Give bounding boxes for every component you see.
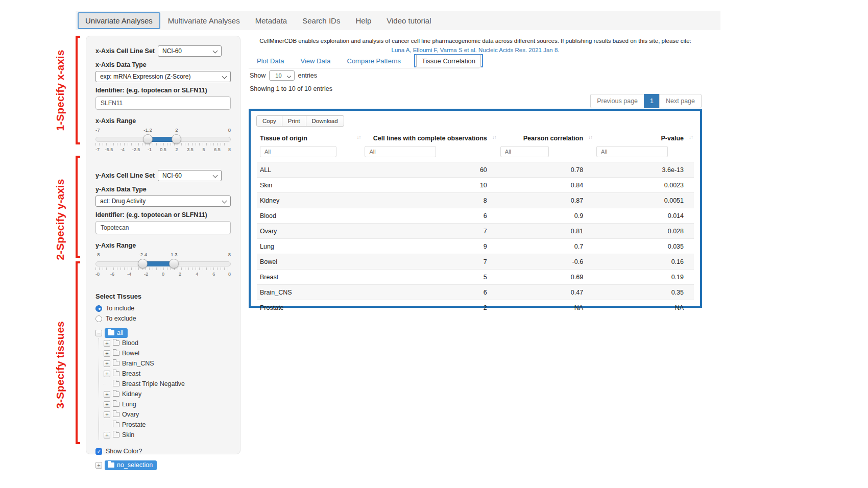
tab-view-data[interactable]: View Data [292,55,339,67]
showing-entries-text: Showing 1 to 10 of 10 entries [250,85,332,92]
tree-node-no-selection[interactable]: no_selection [95,460,231,470]
tree-node-ovary[interactable]: Ovary [104,409,231,420]
page-1-button[interactable]: 1 [644,94,660,108]
page-size-select[interactable]: 10 [269,70,294,81]
expand-icon[interactable] [104,432,110,438]
tree-node-breast[interactable]: Breast [104,369,231,379]
slider-tick-label: -7 [95,147,100,152]
next-page-button[interactable]: Next page [659,94,702,108]
filter-input-pearson[interactable] [500,146,549,157]
nav-univariate-analyses[interactable]: Univariate Analyses [78,12,160,29]
y-data-type-value: act: Drug Activity [100,198,146,205]
table-row: Lung 9 0.7 0.035 [257,239,694,254]
expand-icon[interactable] [104,340,110,347]
x-identifier-input[interactable] [95,96,231,110]
expand-icon[interactable] [104,411,110,418]
page-size-value: 10 [275,72,281,79]
expand-icon[interactable] [104,360,110,367]
folder-icon [113,402,119,407]
slider-handle-high[interactable] [169,259,179,269]
y-cell-line-set-select[interactable]: NCI-60 [158,170,222,181]
column-header-label: Cell lines with complete observations [373,135,487,142]
sort-icon[interactable]: ↓↑ [689,134,693,140]
slider-handle-low[interactable] [143,134,153,144]
slider-handle-low[interactable] [138,259,148,269]
folder-icon [113,351,119,356]
column-header-pearson[interactable]: Pearson correlation↓↑ [497,131,593,145]
folder-icon [113,371,119,376]
folder-icon [108,462,114,468]
copy-button[interactable]: Copy [256,115,282,127]
y-axis-range-slider[interactable]: -8 -2.4 1.3 8 -8 -6 -4 -2 0 2 4 6 8 [95,252,231,280]
tree-node-kidney[interactable]: Kidney [104,389,231,399]
filter-input-cell-lines[interactable] [365,146,436,157]
slider-max-label: 8 [228,127,231,133]
radio-to-include[interactable]: To include [95,305,231,312]
table-cell: 0.35 [593,285,694,300]
table-cell: 0.035 [593,239,694,254]
tree-leaf-connector [104,384,110,384]
tree-node-all[interactable]: all [95,328,231,338]
y-identifier-input[interactable] [95,221,231,234]
citation-link[interactable]: Luna A, Elloumi F, Varma S et al. Nuclei… [392,47,560,53]
sidebar-panel: x-Axis Cell Line Set NCI-60 x-Axis Data … [86,36,240,454]
tree-node-breast-triple-negative[interactable]: Breast Triple Negative [104,379,231,389]
x-cell-line-set-select[interactable]: NCI-60 [158,45,222,57]
tree-node-skin[interactable]: Skin [104,430,231,440]
nav-video-tutorial[interactable]: Video tutorial [379,12,439,29]
filter-input-pvalue[interactable] [596,146,668,157]
annotation-specify-tissues: 3-Specify tissues [54,316,66,413]
nav-multivariate-analyses[interactable]: Multivariate Analyses [160,12,248,29]
expand-icon[interactable] [104,391,110,398]
tab-plot-data[interactable]: Plot Data [249,55,292,67]
tree-node-prostate[interactable]: Prostate [104,420,231,430]
slider-handle-high[interactable] [172,134,181,144]
table-cell: Lung [257,239,361,254]
tab-tissue-correlation[interactable]: Tissue Correlation [416,55,481,67]
tree-node-label: Brain_CNS [122,360,154,367]
radio-to-exclude[interactable]: To exclude [95,315,231,322]
tree-node-bowel[interactable]: Bowel [104,348,231,358]
table-cell: 9 [361,239,497,254]
collapse-icon[interactable] [95,330,102,336]
sort-icon[interactable]: ↓↑ [356,134,360,140]
nav-help[interactable]: Help [348,12,379,29]
x-data-type-select[interactable]: exp: mRNA Expression (Z-Score) [95,71,231,82]
table-cell: Bowel [257,254,361,270]
filter-input-tissue[interactable] [260,146,336,157]
column-header-tissue[interactable]: Tissue of origin↓↑ [257,131,361,145]
sort-icon[interactable]: ↓↑ [492,134,496,140]
folder-icon [113,412,119,417]
tree-node-brain-cns[interactable]: Brain_CNS [104,358,231,369]
print-button[interactable]: Print [282,115,306,127]
y-cell-line-set-label: y-Axis Cell Line Set [95,172,155,179]
citation-text: CellMinerCDB enables exploration and ana… [249,37,702,46]
tree-node-label: Kidney [122,391,141,398]
x-axis-range-slider[interactable]: -7 -1.2 2 8 -7 -5.5 -4 -2.5 -1 0.5 2 3.5… [95,127,231,156]
expand-icon[interactable] [104,350,110,357]
expand-icon[interactable] [104,401,110,408]
tree-node-lung[interactable]: Lung [104,399,231,409]
expand-icon[interactable] [104,371,110,377]
table-cell: 6 [361,285,497,300]
citation-block: CellMinerCDB enables exploration and ana… [249,37,702,55]
column-header-cell-lines[interactable]: Cell lines with complete observations↓↑ [361,131,497,145]
folder-icon [113,361,119,366]
show-entries-control: Show 10 entries [250,70,317,81]
show-color-checkbox[interactable]: Show Color? [95,448,231,455]
nav-search-ids[interactable]: Search IDs [295,12,348,29]
tab-compare-patterns[interactable]: Compare Patterns [339,55,409,67]
download-button[interactable]: Download [306,115,344,127]
tree-node-label: Ovary [122,411,139,418]
nav-metadata[interactable]: Metadata [248,12,295,29]
tree-node-label: Lung [122,401,136,408]
table-cell: 3.6e-13 [593,162,694,178]
tree-node-blood[interactable]: Blood [104,338,231,348]
select-tissues-title: Select Tissues [95,292,231,300]
sort-icon[interactable]: ↓↑ [588,134,592,140]
column-header-pvalue[interactable]: P-value↓↑ [593,131,694,145]
y-data-type-select[interactable]: act: Drug Activity [95,196,231,207]
chevron-down-icon [222,199,227,204]
expand-icon[interactable] [95,462,102,469]
previous-page-button[interactable]: Previous page [590,94,644,108]
